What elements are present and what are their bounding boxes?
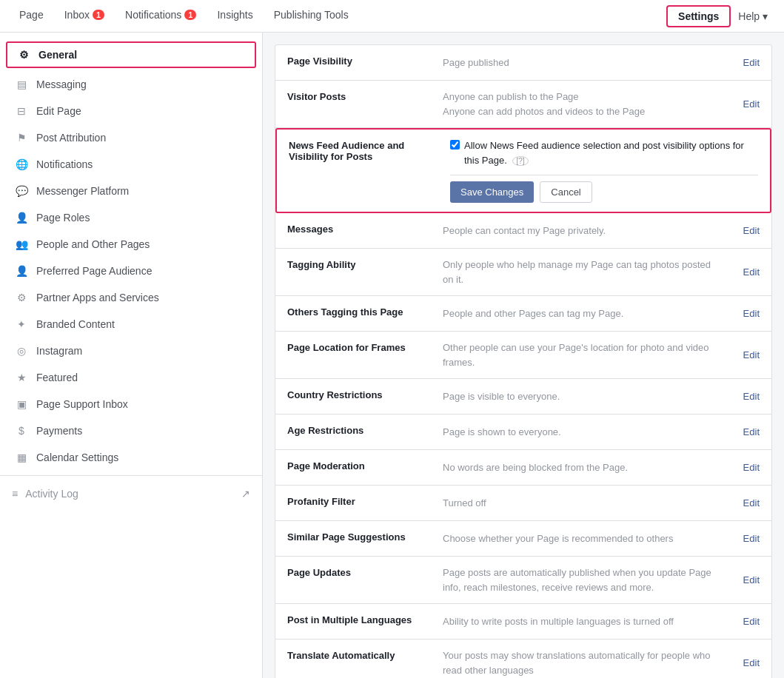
post-attribution-icon: ⚑ — [14, 132, 29, 144]
others-tagging-value: People and other Pages can tag my Page. — [443, 306, 715, 321]
settings-row-profanity-filter: Profanity Filter Turned off Edit — [275, 486, 771, 521]
settings-row-translate: Translate Automatically Your posts may s… — [275, 640, 771, 678]
page-visibility-label: Page Visibility — [287, 54, 443, 67]
news-feed-label: News Feed Audience andVisibility for Pos… — [289, 138, 444, 162]
notifications-badge: 1 — [184, 10, 196, 20]
sidebar-item-post-attribution[interactable]: ⚑ Post Attribution — [0, 124, 262, 151]
export-icon: ↗ — [241, 488, 250, 500]
sidebar-item-partner-apps[interactable]: ⚙ Partner Apps and Services — [0, 284, 262, 311]
settings-row-news-feed: News Feed Audience andVisibility for Pos… — [275, 128, 771, 213]
tagging-value: Only people who help manage my Page can … — [443, 258, 715, 286]
messages-value: People can contact my Page privately. — [443, 224, 715, 238]
age-restrictions-value: Page is shown to everyone. — [443, 425, 715, 440]
news-feed-text: Allow News Feed audience selection and p… — [464, 138, 758, 167]
sidebar-item-label: Notifications — [36, 158, 93, 170]
calendar-icon: ▦ — [14, 452, 29, 463]
page-moderation-edit[interactable]: Edit — [743, 462, 760, 473]
sidebar-item-payments[interactable]: $ Payments — [0, 417, 262, 444]
nav-insights[interactable]: Insights — [207, 0, 263, 33]
sidebar-item-notifications[interactable]: 🌐 Notifications — [0, 151, 262, 178]
sidebar-item-label: Post Attribution — [36, 132, 106, 144]
inbox-badge: 1 — [93, 10, 104, 20]
country-restrictions-edit[interactable]: Edit — [743, 391, 760, 402]
nav-page[interactable]: Page — [9, 0, 54, 33]
settings-row-visitor-posts: Visitor Posts Anyone can publish to the … — [275, 81, 771, 128]
sidebar-item-instagram[interactable]: ◎ Instagram — [0, 338, 262, 364]
help-button[interactable]: Help ▾ — [731, 10, 775, 22]
page-updates-edit[interactable]: Edit — [743, 574, 760, 585]
sidebar-item-label: Messaging — [36, 78, 87, 90]
sidebar-item-page-roles[interactable]: 👤 Page Roles — [0, 204, 262, 231]
sidebar-item-people-other-pages[interactable]: 👥 People and Other Pages — [0, 231, 262, 258]
page-layout: ⚙ General ▤ Messaging ⊟ Edit Page ⚑ Post… — [0, 33, 784, 678]
sidebar-item-label: Edit Page — [36, 105, 81, 117]
featured-icon: ★ — [14, 372, 29, 383]
location-frames-edit[interactable]: Edit — [743, 349, 760, 360]
messaging-icon: ▤ — [14, 78, 29, 90]
settings-button[interactable]: Settings — [666, 5, 731, 27]
partner-apps-icon: ⚙ — [14, 292, 29, 303]
settings-row-multiple-languages: Post in Multiple Languages Ability to wr… — [275, 604, 771, 640]
age-restrictions-edit[interactable]: Edit — [743, 426, 760, 437]
location-frames-label: Page Location for Frames — [287, 340, 443, 353]
news-feed-checkbox[interactable] — [450, 140, 460, 150]
news-feed-content: Allow News Feed audience selection and p… — [450, 138, 758, 203]
nav-notifications[interactable]: Notifications 1 — [115, 0, 207, 33]
sidebar-item-label: Page Roles — [36, 212, 90, 224]
help-link[interactable]: [?] — [512, 156, 528, 166]
sidebar-activity-log[interactable]: ≡ Activity Log ↗ — [0, 480, 262, 507]
save-changes-button[interactable]: Save Changes — [450, 181, 534, 203]
messenger-icon: 💬 — [14, 185, 29, 197]
branded-content-icon: ✦ — [14, 318, 29, 330]
sidebar-item-branded-content[interactable]: ✦ Branded Content — [0, 311, 262, 338]
sidebar-item-label: Messenger Platform — [36, 185, 129, 197]
settings-row-tagging: Tagging Ability Only people who help man… — [275, 249, 771, 296]
sidebar-item-label: Partner Apps and Services — [36, 292, 159, 303]
nav-publishing-tools[interactable]: Publishing Tools — [264, 0, 359, 33]
sidebar: ⚙ General ▤ Messaging ⊟ Edit Page ⚑ Post… — [0, 33, 263, 678]
sidebar-item-edit-page[interactable]: ⊟ Edit Page — [0, 98, 262, 124]
country-restrictions-value: Page is visible to everyone. — [443, 389, 715, 404]
sidebar-item-page-support-inbox[interactable]: ▣ Page Support Inbox — [0, 391, 262, 417]
page-support-icon: ▣ — [14, 398, 29, 410]
settings-row-page-moderation: Page Moderation No words are being block… — [275, 450, 771, 486]
sidebar-item-label: Payments — [36, 425, 82, 437]
location-frames-value: Other people can use your Page's locatio… — [443, 340, 715, 369]
sidebar-item-calendar-settings[interactable]: ▦ Calendar Settings — [0, 444, 262, 471]
settings-row-others-tagging: Others Tagging this Page People and othe… — [275, 296, 771, 332]
edit-page-icon: ⊟ — [14, 105, 29, 117]
others-tagging-label: Others Tagging this Page — [287, 305, 443, 318]
similar-pages-label: Similar Page Suggestions — [287, 530, 443, 543]
sidebar-item-messaging[interactable]: ▤ Messaging — [0, 71, 262, 98]
sidebar-item-label: General — [38, 49, 77, 61]
top-nav: Page Inbox 1 Notifications 1 Insights Pu… — [0, 0, 784, 33]
notifications-icon: 🌐 — [14, 158, 29, 170]
profanity-filter-edit[interactable]: Edit — [743, 497, 760, 508]
messages-edit[interactable]: Edit — [743, 225, 760, 236]
similar-pages-edit[interactable]: Edit — [743, 533, 760, 544]
page-moderation-label: Page Moderation — [287, 459, 443, 471]
nav-inbox[interactable]: Inbox 1 — [54, 0, 115, 33]
tagging-edit[interactable]: Edit — [743, 266, 760, 278]
multiple-languages-edit[interactable]: Edit — [743, 616, 760, 627]
sidebar-item-featured[interactable]: ★ Featured — [0, 364, 262, 391]
sidebar-item-label: Calendar Settings — [36, 452, 118, 463]
page-visibility-edit[interactable]: Edit — [743, 57, 760, 68]
others-tagging-edit[interactable]: Edit — [743, 308, 760, 319]
settings-row-page-updates: Page Updates Page posts are automaticall… — [275, 557, 771, 604]
settings-row-country-restrictions: Country Restrictions Page is visible to … — [275, 379, 771, 414]
main-content: Page Visibility Page published Edit Visi… — [263, 33, 784, 678]
page-visibility-value: Page published — [443, 56, 715, 70]
sidebar-item-general[interactable]: ⚙ General — [6, 41, 256, 68]
sidebar-divider — [0, 475, 262, 476]
preferred-audience-icon: 👤 — [14, 265, 29, 277]
btn-row: Save Changes Cancel — [450, 181, 758, 203]
sidebar-item-messenger-platform[interactable]: 💬 Messenger Platform — [0, 178, 262, 204]
settings-row-page-visibility: Page Visibility Page published Edit — [275, 45, 771, 81]
visitor-posts-edit[interactable]: Edit — [743, 98, 760, 110]
cancel-button[interactable]: Cancel — [540, 181, 592, 203]
translate-edit[interactable]: Edit — [743, 657, 760, 668]
tagging-label: Tagging Ability — [287, 258, 443, 270]
sidebar-item-preferred-audience[interactable]: 👤 Preferred Page Audience — [0, 258, 262, 284]
visitor-posts-label: Visitor Posts — [287, 90, 443, 102]
